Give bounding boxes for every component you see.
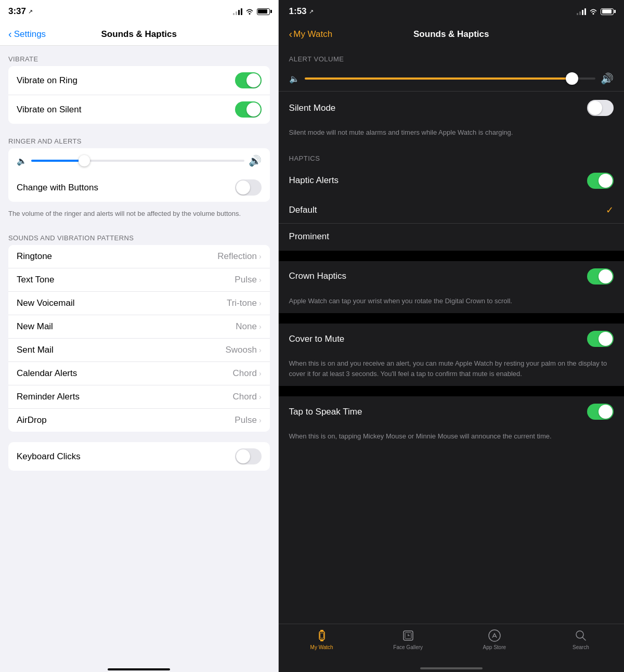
vibrate-group: Vibrate on Ring Vibrate on Silent — [8, 66, 270, 124]
tab-my-watch[interactable]: My Watch — [301, 628, 343, 650]
section-header-sounds: SOUNDS AND VIBRATION PATTERNS — [0, 225, 278, 245]
tab-app-store[interactable]: App Store — [474, 628, 515, 650]
vibrate-silent-row: Vibrate on Silent — [8, 95, 270, 124]
new-mail-value: None › — [236, 321, 261, 332]
reminder-alerts-label: Reminder Alerts — [17, 392, 80, 402]
speaker-low-icon: 🔈 — [17, 156, 27, 166]
prominent-label: Prominent — [289, 231, 329, 242]
sounds-group: Ringtone Reflection › Text Tone Pulse › … — [8, 245, 270, 432]
silent-mode-toggle[interactable] — [587, 100, 614, 116]
right-location-icon: ↗ — [309, 8, 314, 15]
silent-mode-row: Silent Mode — [279, 93, 624, 123]
svg-rect-3 — [320, 633, 323, 638]
keyboard-group: Keyboard Clicks — [8, 442, 270, 471]
sent-mail-row[interactable]: Sent Mail Swoosh › — [8, 339, 270, 362]
left-back-label: Settings — [14, 29, 46, 40]
right-page-title: Sounds & Haptics — [413, 29, 489, 40]
vibrate-silent-toggle[interactable] — [235, 101, 262, 118]
text-tone-label: Text Tone — [17, 275, 54, 285]
left-page-title: Sounds & Haptics — [101, 29, 177, 40]
vibrate-ring-toggle[interactable] — [235, 72, 262, 88]
keyboard-clicks-label: Keyboard Clicks — [17, 451, 81, 462]
right-back-button[interactable]: ‹ My Watch — [289, 29, 333, 40]
left-back-button[interactable]: ‹ Settings — [8, 29, 46, 40]
tab-search[interactable]: Search — [560, 628, 602, 650]
tap-speak-group: Tap to Speak Time — [279, 396, 624, 427]
svg-line-14 — [582, 637, 586, 640]
home-indicator-right — [279, 667, 624, 672]
cover-mute-group: Cover to Mute — [279, 324, 624, 354]
alert-slider-fill — [305, 77, 573, 80]
haptic-alerts-toggle[interactable] — [587, 173, 614, 189]
right-battery-icon — [601, 8, 614, 15]
calendar-alerts-label: Calendar Alerts — [17, 368, 77, 379]
tap-speak-toggle[interactable] — [587, 404, 614, 420]
section-header-vibrate: VIBRATE — [0, 46, 278, 66]
search-tab-label: Search — [573, 644, 589, 650]
alert-slider-thumb[interactable] — [566, 72, 578, 85]
new-voicemail-row[interactable]: New Voicemail Tri-tone › — [8, 292, 270, 315]
prominent-row[interactable]: Prominent — [279, 224, 624, 250]
alert-slider-row: 🔈 🔊 — [279, 66, 624, 92]
ringer-slider-track[interactable] — [31, 160, 244, 162]
crown-haptics-toggle[interactable] — [587, 268, 614, 285]
keyboard-clicks-toggle[interactable] — [235, 448, 262, 464]
haptic-alerts-label: Haptic Alerts — [289, 175, 339, 186]
tab-bar: My Watch Face Gallery — [279, 624, 624, 667]
speaker-high-icon: 🔊 — [249, 154, 262, 167]
ringtone-row[interactable]: Ringtone Reflection › — [8, 245, 270, 268]
section-header-alert-volume: ALERT VOLUME — [279, 46, 624, 66]
keyboard-clicks-row: Keyboard Clicks — [8, 442, 270, 471]
default-check-icon: ✓ — [606, 204, 614, 216]
separator-2 — [279, 313, 624, 324]
cover-mute-row: Cover to Mute — [279, 324, 624, 354]
change-buttons-label: Change with Buttons — [17, 183, 98, 193]
right-panel: 1:53 ↗ ‹ My Watch Sounds & Haptics — [279, 0, 624, 672]
separator-1 — [279, 251, 624, 261]
haptic-alerts-row: Haptic Alerts — [279, 165, 624, 196]
calendar-alerts-row[interactable]: Calendar Alerts Chord › — [8, 362, 270, 385]
search-tab-icon — [574, 628, 588, 643]
home-bar-right — [420, 667, 483, 669]
new-mail-row[interactable]: New Mail None › — [8, 315, 270, 339]
alert-volume-group: 🔈 🔊 — [279, 66, 624, 92]
left-content: VIBRATE Vibrate on Ring Vibrate on Silen… — [0, 46, 278, 669]
reminder-alerts-row[interactable]: Reminder Alerts Chord › — [8, 385, 270, 409]
ringer-slider-thumb[interactable] — [79, 155, 90, 166]
left-status-icons — [233, 8, 270, 15]
tab-face-gallery[interactable]: Face Gallery — [387, 628, 429, 650]
default-row[interactable]: Default ✓ — [279, 197, 624, 224]
cover-mute-info: When this is on and you receive an alert… — [279, 355, 624, 386]
cover-mute-toggle[interactable] — [587, 331, 614, 347]
text-tone-value: Pulse › — [235, 275, 261, 285]
signal-bars-icon — [233, 8, 242, 15]
left-panel: 3:37 ↗ ‹ Settings Sounds & Haptics — [0, 0, 278, 672]
home-bar-left — [108, 668, 170, 670]
crown-haptics-info: Apple Watch can tap your wrist when you … — [279, 293, 624, 314]
change-buttons-toggle[interactable] — [235, 179, 262, 196]
right-time: 1:53 — [289, 6, 307, 17]
text-tone-row[interactable]: Text Tone Pulse › — [8, 268, 270, 292]
ringtone-value: Reflection › — [217, 251, 261, 262]
right-speaker-high-icon: 🔊 — [601, 72, 614, 85]
separator-3 — [279, 386, 624, 396]
default-label: Default — [289, 205, 317, 215]
ringtone-label: Ringtone — [17, 251, 52, 262]
new-mail-label: New Mail — [17, 321, 53, 332]
my-watch-tab-icon — [315, 628, 329, 643]
silent-mode-group: Silent Mode — [279, 93, 624, 123]
airdrop-label: AirDrop — [17, 415, 47, 425]
tap-speak-row: Tap to Speak Time — [279, 396, 624, 427]
haptic-type-group: Default ✓ Prominent — [279, 197, 624, 250]
vibrate-ring-row: Vibrate on Ring — [8, 66, 270, 95]
svg-point-0 — [249, 13, 250, 15]
my-watch-tab-label: My Watch — [310, 644, 333, 650]
svg-rect-4 — [320, 630, 323, 631]
wifi-icon — [245, 8, 254, 15]
airdrop-row[interactable]: AirDrop Pulse › — [8, 409, 270, 432]
alert-slider-track[interactable] — [305, 77, 595, 80]
svg-point-1 — [593, 13, 594, 15]
battery-icon — [257, 8, 270, 15]
left-location-icon: ↗ — [28, 8, 33, 15]
right-wifi-icon — [589, 8, 597, 15]
